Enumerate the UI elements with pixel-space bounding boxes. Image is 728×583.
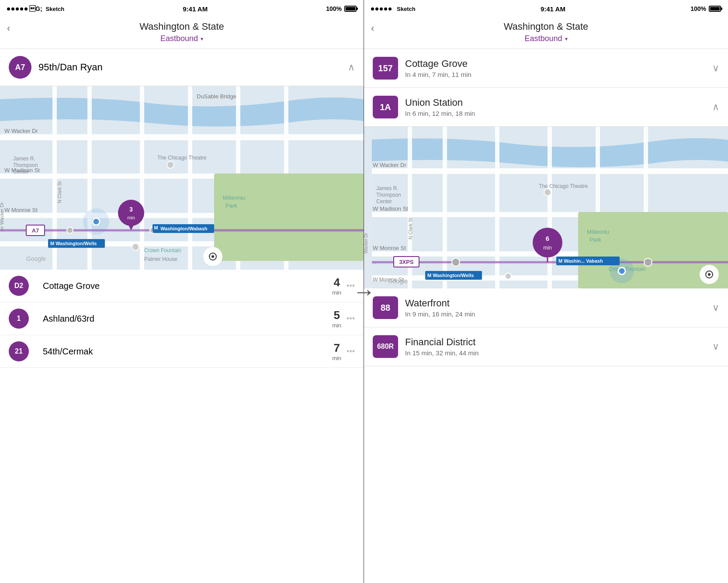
chevron-88[interactable]: ∨ xyxy=(712,302,719,313)
status-bar-right: Sketch 9:41 AM 100% xyxy=(364,0,728,17)
list-item-d2[interactable]: D2 Cottage Grove 4 min ••• xyxy=(0,270,364,302)
svg-text:3: 3 xyxy=(129,206,133,213)
status-right-r: 100% xyxy=(690,5,721,12)
back-button-left[interactable]: ‹ xyxy=(7,23,10,34)
stop-name-1: Ashland/63rd xyxy=(43,314,332,324)
more-dots-21[interactable]: ••• xyxy=(347,347,355,356)
dot2 xyxy=(11,7,14,10)
svg-text:W Wacker Dr: W Wacker Dr xyxy=(373,162,406,168)
svg-text:er Wacker Dr: er Wacker Dr xyxy=(0,202,4,230)
route-times-680r: In 15 min, 32 min, 44 min xyxy=(405,349,712,357)
svg-text:Millenniu: Millenniu xyxy=(223,194,245,201)
svg-rect-58 xyxy=(495,127,499,288)
badge-1a: 1A xyxy=(373,96,398,118)
signal-dots-r xyxy=(371,7,392,10)
svg-text:Park: Park xyxy=(225,202,237,209)
stop-name-d2: Cottage Grove xyxy=(43,281,332,291)
route-info-88: Waterfront In 9 min, 16 min, 24 min xyxy=(405,298,712,318)
route-times-157: In 4 min, 7 min, 11 min xyxy=(405,71,712,78)
status-bar-left: G; Sketch 9:41 AM 100% xyxy=(0,0,364,17)
svg-point-81 xyxy=(618,267,625,274)
stop-name: 95th/Dan Ryan xyxy=(38,62,348,73)
svg-rect-7 xyxy=(140,86,144,270)
direction-label-right: Eastbound xyxy=(524,34,562,43)
svg-text:W Wacker Dr: W Wacker Dr xyxy=(4,128,38,134)
left-panel: G; Sketch 9:41 AM 100% ‹ Washington & S… xyxy=(0,0,364,583)
status-left-r: Sketch xyxy=(371,6,416,12)
svg-text:N Clark St: N Clark St xyxy=(57,181,62,203)
svg-text:M Washington/Wells: M Washington/Wells xyxy=(427,273,474,278)
battery-icon xyxy=(344,6,357,12)
chevron-157[interactable]: ∨ xyxy=(712,62,719,74)
svg-point-72 xyxy=(544,189,551,196)
svg-point-31 xyxy=(67,227,73,233)
route-item-157[interactable]: 157 Cottage Grove In 4 min, 7 min, 11 mi… xyxy=(364,49,728,88)
svg-point-26 xyxy=(132,243,139,250)
back-button-right[interactable]: ‹ xyxy=(371,23,374,34)
svg-text:W Monroe St: W Monroe St xyxy=(4,207,38,213)
badge-1: 1 xyxy=(9,309,29,329)
chevron-1a[interactable]: ∧ xyxy=(712,101,719,113)
list-item-1[interactable]: 1 Ashland/63rd 5 min ••• xyxy=(0,302,364,335)
svg-text:M Washington/Wabash: M Washington/Wabash xyxy=(155,226,208,231)
battery-label-r: 100% xyxy=(690,5,706,12)
time-display-r: 9:41 AM xyxy=(541,5,565,13)
more-dots-1[interactable]: ••• xyxy=(347,314,355,323)
route-item-88[interactable]: 88 Waterfront In 9 min, 16 min, 24 min ∨ xyxy=(364,288,728,327)
svg-rect-57 xyxy=(443,127,447,288)
svg-text:M Washington/Wells: M Washington/Wells xyxy=(50,241,97,246)
direction-selector-right[interactable]: Eastbound ▾ xyxy=(524,34,567,43)
badge-21: 21 xyxy=(9,341,29,361)
expanded-stop[interactable]: A7 95th/Dan Ryan ∧ xyxy=(0,49,364,86)
arrival-21: 7 min xyxy=(332,341,341,361)
direction-arrow-right: ▾ xyxy=(565,36,568,42)
svg-text:M  Washin...  Vabash: M Washin... Vabash xyxy=(558,258,603,264)
svg-text:James R.: James R. xyxy=(376,185,399,191)
map-right: W Wacker Dr W Madison St W Monroe St Jam… xyxy=(364,127,728,288)
header-right: ‹ Washington & State Eastbound ▾ xyxy=(364,17,728,49)
page-title-left: Washington & State xyxy=(139,21,224,32)
svg-text:Thompson: Thompson xyxy=(13,162,38,168)
svg-text:Millenniu: Millenniu xyxy=(587,229,609,235)
map-svg-left: W Wacker Dr W Madison St W Monroe St DuS… xyxy=(0,86,364,270)
svg-text:W Madison St: W Madison St xyxy=(373,205,408,212)
svg-text:The Chicago Theatre: The Chicago Theatre xyxy=(157,155,207,161)
svg-text:W Monroe St: W Monroe St xyxy=(373,245,406,251)
svg-rect-59 xyxy=(548,127,552,288)
badge-88: 88 xyxy=(373,296,398,319)
svg-text:←: ← xyxy=(0,229,4,233)
svg-point-83 xyxy=(644,258,652,266)
svg-rect-11 xyxy=(214,174,364,261)
direction-selector-left[interactable]: Eastbound ▾ xyxy=(160,34,203,43)
svg-point-21 xyxy=(167,161,174,168)
svg-text:min: min xyxy=(543,245,551,251)
svg-text:3XPS: 3XPS xyxy=(399,259,414,265)
svg-text:Palmer House: Palmer House xyxy=(144,256,177,262)
chevron-up-left[interactable]: ∧ xyxy=(348,62,355,73)
dot4 xyxy=(20,7,23,10)
time-display: 9:41 AM xyxy=(183,5,208,13)
map-svg-right: W Wacker Dr W Madison St W Monroe St Jam… xyxy=(364,127,728,288)
signal-dots xyxy=(7,7,28,10)
battery-fill xyxy=(346,7,355,10)
route-item-680r[interactable]: 680R Financial District In 15 min, 32 mi… xyxy=(364,327,728,366)
svg-point-97 xyxy=(708,273,711,276)
svg-text:The Chicago Theatre: The Chicago Theatre xyxy=(539,183,588,189)
list-item-21[interactable]: 21 54th/Cermak 7 min ••• xyxy=(0,335,364,368)
battery-icon-r xyxy=(709,6,721,12)
wifi-icon: G; xyxy=(29,5,42,12)
route-item-1a[interactable]: 1A Union Station In 6 min, 12 min, 18 mi… xyxy=(364,88,728,127)
svg-text:Crown Fountain: Crown Fountain xyxy=(144,247,181,253)
svg-text:W Monroe St: W Monroe St xyxy=(373,277,404,283)
badge-d2: D2 xyxy=(9,276,29,296)
dot5 xyxy=(24,7,28,10)
svg-text:Center: Center xyxy=(13,169,29,175)
svg-point-84 xyxy=(533,228,562,257)
svg-text:min: min xyxy=(127,215,135,220)
direction-arrow-left: ▾ xyxy=(201,36,203,42)
right-panel: Sketch 9:41 AM 100% ‹ Washington & State… xyxy=(364,0,728,583)
stop-name-21: 54th/Cermak xyxy=(43,347,332,357)
svg-point-77 xyxy=(505,273,511,279)
chevron-680r[interactable]: ∨ xyxy=(712,341,719,352)
svg-text:←: ← xyxy=(373,260,377,265)
